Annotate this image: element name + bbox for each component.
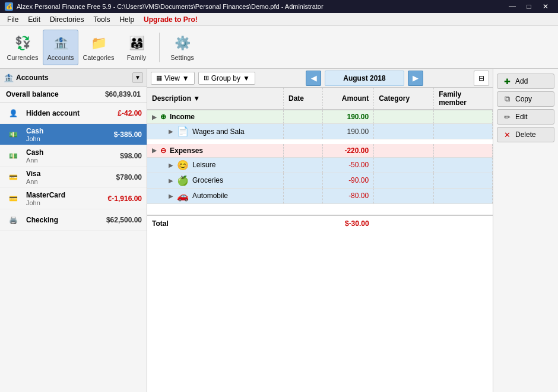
menu-file[interactable]: File <box>2 13 23 26</box>
groceries-date <box>284 173 323 188</box>
toolbar-separator <box>159 33 160 62</box>
income-icon: ⊕ <box>160 113 166 121</box>
menu-help[interactable]: Help <box>115 13 139 26</box>
delete-button[interactable]: ✕ Delete <box>497 127 554 142</box>
leisure-expand-arrow[interactable]: ▶ <box>169 162 173 168</box>
detail-row-groceries[interactable]: ▶ 🍏 Groceries -90.00 <box>147 173 493 188</box>
groceries-family <box>434 173 493 188</box>
titlebar-controls[interactable]: — □ ✕ <box>505 1 553 12</box>
group-by-dropdown-icon: ▼ <box>243 74 250 82</box>
sidebar: 🏦 Accounts ▼ Overall balance $60,839.01 … <box>0 69 147 392</box>
account-owner-cash-ann: Ann <box>26 157 120 164</box>
groceries-category <box>374 173 434 188</box>
maximize-button[interactable]: □ <box>521 1 537 12</box>
close-button[interactable]: ✕ <box>538 1 553 12</box>
toolbar: 💱 Currencies 🏦 Accounts 📁 Categories 👨‍👩… <box>0 26 558 69</box>
groceries-amount: -90.00 <box>323 173 374 188</box>
wages-date <box>284 124 323 139</box>
wages-amount: 190.00 <box>323 124 374 139</box>
minimize-button[interactable]: — <box>505 1 520 12</box>
account-amount-cash-ann: $98.00 <box>120 152 142 160</box>
group-by-button[interactable]: ⊞ Group by ▼ <box>198 72 255 85</box>
prev-period-button[interactable]: ◀ <box>306 71 321 86</box>
menu-upgrade[interactable]: Upgrade to Pro! <box>139 13 202 26</box>
account-name-mastercard-john: MasterCard <box>26 191 108 199</box>
menu-directories[interactable]: Directories <box>45 13 88 26</box>
transactions-table: Description ▼ Date Amount Category Famil… <box>147 88 493 231</box>
account-amount-mastercard-john: €-1,916.00 <box>108 195 142 203</box>
toolbar-accounts[interactable]: 🏦 Accounts <box>43 30 78 65</box>
automobile-amount: -80.00 <box>323 188 374 203</box>
group-row-income[interactable]: ▶ ⊕ Income 190.00 <box>147 110 493 124</box>
titlebar: 💰 Alzex Personal Finance Free 5.9 - C:\U… <box>0 0 558 13</box>
group-by-icon: ⊞ <box>204 74 209 82</box>
expenses-group-family <box>434 144 493 158</box>
account-item-hidden[interactable]: 👤 Hidden account £-42.00 <box>0 103 147 124</box>
leisure-label: Leisure <box>192 161 215 169</box>
detail-row-wages[interactable]: ▶ 📄 Wages and Sala 190.00 <box>147 124 493 139</box>
expenses-group-desc: ▶ ⊖ Expenses <box>147 144 284 158</box>
account-icon-visa-ann: 💳 <box>5 171 21 184</box>
account-info-cash-ann: Cash Ann <box>26 148 120 164</box>
copy-button[interactable]: ⧉ Copy <box>497 91 554 107</box>
account-item-checking[interactable]: 🖨️ Checking $62,500.00 <box>0 209 147 231</box>
detail-row-automobile[interactable]: ▶ 🚗 Automobile -80.00 <box>147 188 493 203</box>
group-row-expenses[interactable]: ▶ ⊖ Expenses -220.00 <box>147 144 493 158</box>
automobile-date <box>284 188 323 203</box>
next-period-button[interactable]: ▶ <box>408 71 423 86</box>
account-amount-checking: $62,500.00 <box>106 216 142 224</box>
account-item-mastercard-john[interactable]: 💳 MasterCard John €-1,916.00 <box>0 188 147 209</box>
total-amount: $-30.00 <box>323 215 374 231</box>
layout-toggle-button[interactable]: ⊟ <box>474 71 489 86</box>
detail-row-leisure[interactable]: ▶ 😊 Leisure -50.00 <box>147 157 493 173</box>
account-info-hidden: Hidden account <box>26 109 118 117</box>
menu-tools[interactable]: Tools <box>88 13 115 26</box>
income-expand-arrow[interactable]: ▶ <box>152 114 157 120</box>
view-icon: ▦ <box>156 74 162 82</box>
automobile-expand-arrow[interactable]: ▶ <box>169 193 173 199</box>
account-list: 👤 Hidden account £-42.00 💵 Cash John $-3… <box>0 103 147 392</box>
income-label: Income <box>170 113 195 121</box>
menu-edit[interactable]: Edit <box>23 13 45 26</box>
account-item-cash-ann[interactable]: 💵 Cash Ann $98.00 <box>0 145 147 167</box>
toolbar-family[interactable]: 👨‍👩‍👧 Family <box>119 30 154 65</box>
leisure-date <box>284 157 323 173</box>
toolbar-categories[interactable]: 📁 Categories <box>81 30 116 65</box>
settings-label: Settings <box>170 54 194 61</box>
toolbar-currencies[interactable]: 💱 Currencies <box>5 30 40 65</box>
wages-expand-arrow[interactable]: ▶ <box>169 128 173 135</box>
groceries-label: Groceries <box>192 176 223 184</box>
leisure-desc: ▶ 😊 Leisure <box>147 157 284 173</box>
sidebar-dropdown-button[interactable]: ▼ <box>132 72 143 83</box>
expenses-icon: ⊖ <box>160 146 166 155</box>
toolbar-settings[interactable]: ⚙️ Settings <box>164 30 200 65</box>
account-info-mastercard-john: MasterCard John <box>26 191 108 206</box>
income-group-date <box>284 110 323 124</box>
content-toolbar: ▦ View ▼ ⊞ Group by ▼ ◀ August 2018 ▶ ⊟ <box>147 69 493 88</box>
automobile-label: Automobile <box>192 192 228 200</box>
expenses-group-amount: -220.00 <box>323 144 374 158</box>
account-amount-hidden: £-42.00 <box>118 109 142 117</box>
total-family <box>434 215 493 231</box>
account-item-cash-john[interactable]: 💵 Cash John $-385.00 <box>0 124 147 145</box>
table-body: ▶ ⊕ Income 190.00 <box>147 110 493 231</box>
account-owner-visa-ann: Ann <box>26 178 116 185</box>
groceries-icon: 🍏 <box>177 175 189 186</box>
view-dropdown-icon: ▼ <box>182 74 189 82</box>
add-icon: ✚ <box>502 77 512 86</box>
col-date: Date <box>284 88 323 110</box>
edit-button[interactable]: ✏ Edit <box>497 109 554 125</box>
wages-icon: 📄 <box>177 126 189 137</box>
titlebar-title: Alzex Personal Finance Free 5.9 - C:\Use… <box>17 3 324 10</box>
wages-desc: ▶ 📄 Wages and Sala <box>147 124 284 139</box>
add-button[interactable]: ✚ Add <box>497 74 554 89</box>
view-button[interactable]: ▦ View ▼ <box>151 72 195 85</box>
titlebar-left: 💰 Alzex Personal Finance Free 5.9 - C:\U… <box>5 2 324 11</box>
leisure-family <box>434 157 493 173</box>
expenses-expand-arrow[interactable]: ▶ <box>152 147 157 154</box>
account-item-visa-ann[interactable]: 💳 Visa Ann $780.00 <box>0 167 147 188</box>
groceries-expand-arrow[interactable]: ▶ <box>169 177 173 184</box>
account-amount-visa-ann: $780.00 <box>116 173 142 181</box>
sidebar-header: 🏦 Accounts ▼ <box>0 69 147 87</box>
account-info-visa-ann: Visa Ann <box>26 170 116 185</box>
